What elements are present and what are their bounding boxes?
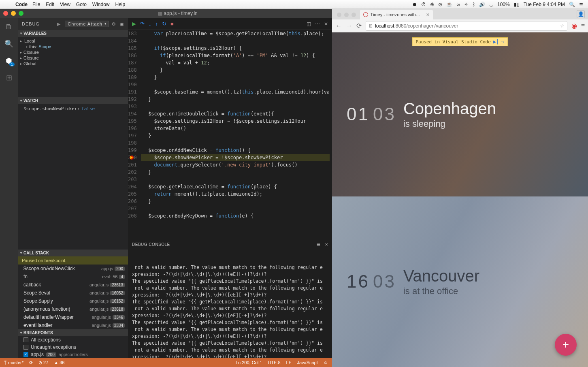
eol[interactable]: LF	[286, 360, 292, 365]
callstack-header[interactable]: CALL STACK	[18, 250, 128, 256]
scope-closure[interactable]: Closure	[23, 55, 39, 60]
restart-icon[interactable]: ↻	[162, 21, 166, 27]
menu-edit[interactable]: Edit	[46, 2, 54, 7]
warnings[interactable]: ▲ 36	[54, 360, 64, 365]
menu-help[interactable]: Help	[115, 2, 126, 7]
step-over-icon[interactable]: ↷	[140, 21, 145, 27]
notifications-icon[interactable]: ≣	[579, 2, 583, 7]
site-info-icon[interactable]: 🗎	[369, 23, 373, 29]
var-this[interactable]: this:	[29, 44, 37, 49]
start-debug-icon[interactable]: ▶	[57, 21, 61, 27]
debug-config-select[interactable]: Chrome Attach	[65, 21, 109, 27]
stop-icon[interactable]: ■	[170, 21, 174, 27]
cloud-icon[interactable]: ∞	[456, 2, 460, 7]
scope-closure[interactable]: Closure	[23, 50, 39, 55]
continue-icon[interactable]: ▶	[132, 21, 136, 27]
extensions-icon[interactable]: ⊞	[4, 73, 14, 83]
checkbox[interactable]	[23, 337, 28, 342]
filter-icon[interactable]: ☰	[317, 242, 321, 247]
resume-icon[interactable]: ▶|	[493, 39, 499, 45]
bp-all-exceptions[interactable]: All exceptions	[18, 336, 128, 344]
maximize-button[interactable]	[352, 13, 356, 17]
callstack-frame[interactable]: eventHandlerangular.js3334	[18, 321, 128, 329]
scope-local[interactable]: Local	[24, 38, 35, 43]
city-pane-copenhagen[interactable]: 0103 Copenhagen is sleeping	[332, 32, 588, 196]
gutter[interactable]: 1831841851861871881891901911921931941951…	[128, 30, 141, 240]
close-button[interactable]	[337, 13, 341, 17]
split-icon[interactable]: ◫	[307, 21, 311, 27]
git-branch[interactable]: ᛘ master*	[4, 360, 23, 365]
city-pane-vancouver[interactable]: 1603 Vancouver is at the office	[332, 196, 588, 367]
omnibox[interactable]: 🗎 localhost:8080/copenhagen/vancouver ☆	[366, 21, 567, 31]
search-icon[interactable]: 🔍	[4, 39, 14, 49]
minimize-button[interactable]	[344, 13, 349, 17]
close-tab-icon[interactable]: ✕	[426, 12, 430, 17]
bp-item[interactable]: app.js200app/controllers	[18, 351, 128, 358]
volume-icon[interactable]: 🔊	[479, 2, 485, 7]
clock-text[interactable]: Tue Feb 9 4:04 PM	[524, 2, 565, 7]
console-icon[interactable]: ▣	[119, 21, 124, 27]
debug-console[interactable]: not a valid number. The value must match…	[128, 249, 332, 358]
lang[interactable]: JavaScript	[297, 360, 317, 365]
callstack-frame[interactable]: Scope.$evalangular.js16052	[18, 289, 128, 297]
check-icon[interactable]: ⊘	[438, 2, 442, 7]
breakpoints-header[interactable]: BREAKPOINTS	[18, 329, 128, 336]
battery-pct[interactable]: 100%	[497, 2, 510, 7]
callstack-frame[interactable]: callbackangular.js23613	[18, 281, 128, 289]
watch-header[interactable]: WATCH	[18, 97, 128, 104]
checkbox[interactable]	[23, 345, 28, 350]
encoding[interactable]: UTF-8	[268, 360, 280, 365]
spotlight-icon[interactable]: 🔍	[569, 2, 575, 7]
menu-view[interactable]: View	[60, 2, 70, 7]
forward-icon[interactable]: →	[346, 22, 352, 30]
extension-icon[interactable]: ◉	[571, 22, 577, 30]
battery-icon[interactable]: ▮▯	[514, 2, 520, 7]
menu-window[interactable]: Window	[92, 2, 110, 7]
errors[interactable]: ⊘ 27	[38, 360, 48, 365]
cursor-pos[interactable]: Ln 200, Col 1	[236, 360, 262, 365]
callstack-frame[interactable]: Scope.$applyangular.js16152	[18, 297, 128, 305]
gear-icon[interactable]: ⚙	[112, 21, 116, 27]
bookmark-icon[interactable]: ☆	[560, 23, 565, 29]
menu-file[interactable]: File	[32, 2, 40, 7]
feedback-icon[interactable]: ☺	[324, 360, 328, 365]
back-icon[interactable]: ←	[335, 22, 342, 30]
bp-uncaught[interactable]: Uncaught exceptions	[18, 344, 128, 351]
debug-activity-icon[interactable]: ⬢1	[4, 56, 14, 66]
variables-header[interactable]: VARIABLES	[18, 30, 128, 37]
close-console-icon[interactable]: ✕	[325, 242, 328, 247]
clock-icon[interactable]: ⏱	[421, 2, 426, 7]
add-city-button[interactable]: +	[555, 334, 577, 356]
app-name[interactable]: Code	[15, 2, 28, 7]
close-button[interactable]	[3, 11, 8, 16]
vscode-titlebar[interactable]: ▦ app.js - timey.in	[0, 9, 332, 18]
code-body[interactable]: var placeLocalTime = $scope.getPlaceLoca…	[141, 30, 332, 240]
evernote-icon[interactable]: ❋	[430, 2, 434, 7]
watch-expr[interactable]: $scope.showNewPicker:false	[23, 105, 126, 112]
scope-global[interactable]: Global	[23, 61, 36, 66]
callstack-frame[interactable]: defaultHandlerWrapperangular.js3346	[18, 313, 128, 321]
callstack-frame[interactable]: (anonymous function)angular.js23618	[18, 305, 128, 313]
rec-icon[interactable]: ⏺	[412, 2, 417, 7]
more-icon[interactable]: ⋯	[315, 21, 320, 27]
callstack-frame[interactable]: fneval: 564	[18, 273, 128, 281]
bluetooth-icon[interactable]: ᛒ	[472, 2, 475, 7]
code-editor[interactable]: 1831841851861871881891901911921931941951…	[128, 30, 332, 240]
checkbox[interactable]	[23, 352, 28, 357]
callstack-frame[interactable]: $scope.onAddNewClickapp.js200	[18, 265, 128, 273]
profile-icon[interactable]: 👤	[577, 10, 585, 18]
browser-tab[interactable]: Timey - timezones with a h ✕	[360, 10, 433, 19]
menu-goto[interactable]: Goto	[76, 2, 87, 7]
cup-icon[interactable]: ☕	[446, 2, 452, 7]
console-header[interactable]: DEBUG CONSOLE ☰ ✕	[128, 240, 332, 249]
reload-icon[interactable]: ⟳	[356, 22, 362, 30]
step-out-icon[interactable]: ↑	[156, 21, 158, 27]
explorer-icon[interactable]: 🗎	[4, 22, 14, 32]
wifi-icon[interactable]: ◡	[489, 2, 493, 7]
sync-icon[interactable]: ⟳	[29, 360, 33, 365]
maximize-button[interactable]	[19, 11, 23, 16]
dropbox-icon[interactable]: ✧	[464, 2, 468, 7]
menu-icon[interactable]: ≡	[581, 22, 585, 30]
close-editor-icon[interactable]: ✕	[324, 21, 328, 27]
step-icon[interactable]: ↷	[501, 39, 504, 45]
